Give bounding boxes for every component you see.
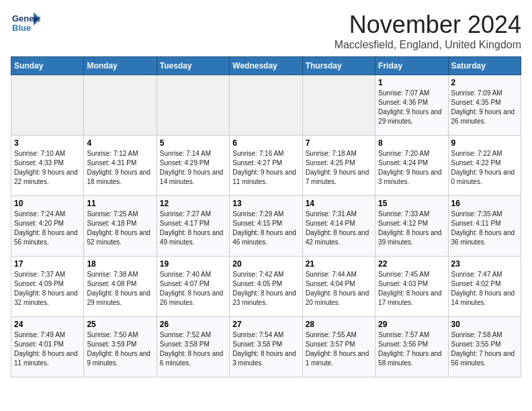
calendar-cell: 17Sunrise: 7:37 AM Sunset: 4:09 PM Dayli… [11, 257, 84, 317]
day-info: Sunrise: 7:20 AM Sunset: 4:24 PM Dayligh… [378, 150, 442, 185]
calendar-cell: 9Sunrise: 7:22 AM Sunset: 4:22 PM Daylig… [448, 136, 521, 196]
weekday-header-monday: Monday [84, 57, 157, 75]
calendar-cell: 21Sunrise: 7:44 AM Sunset: 4:04 PM Dayli… [302, 257, 375, 317]
day-number: 3 [14, 138, 81, 148]
week-row-2: 3Sunrise: 7:10 AM Sunset: 4:33 PM Daylig… [11, 136, 521, 196]
day-number: 23 [451, 259, 518, 269]
day-number: 17 [14, 259, 81, 269]
weekday-header-tuesday: Tuesday [157, 57, 229, 75]
day-number: 6 [232, 138, 299, 148]
day-info: Sunrise: 7:50 AM Sunset: 3:59 PM Dayligh… [87, 331, 150, 367]
day-info: Sunrise: 7:27 AM Sunset: 4:17 PM Dayligh… [160, 210, 224, 246]
calendar-cell [230, 75, 302, 136]
weekday-header-thursday: Thursday [302, 57, 375, 75]
logo: General Blue [11, 11, 40, 35]
calendar-cell: 3Sunrise: 7:10 AM Sunset: 4:33 PM Daylig… [11, 136, 84, 196]
day-number: 10 [14, 199, 81, 208]
day-info: Sunrise: 7:37 AM Sunset: 4:09 PM Dayligh… [14, 271, 78, 306]
day-number: 16 [451, 199, 518, 208]
calendar-cell: 23Sunrise: 7:47 AM Sunset: 4:02 PM Dayli… [448, 257, 521, 317]
day-info: Sunrise: 7:33 AM Sunset: 4:12 PM Dayligh… [378, 210, 442, 246]
day-number: 5 [160, 138, 226, 148]
calendar-cell: 7Sunrise: 7:18 AM Sunset: 4:25 PM Daylig… [302, 136, 375, 196]
day-number: 13 [232, 199, 299, 208]
day-info: Sunrise: 7:58 AM Sunset: 3:55 PM Dayligh… [451, 331, 515, 367]
day-number: 4 [87, 138, 153, 148]
calendar-cell: 18Sunrise: 7:38 AM Sunset: 4:08 PM Dayli… [84, 257, 157, 317]
day-number: 19 [160, 259, 226, 269]
day-number: 8 [378, 138, 445, 148]
day-info: Sunrise: 7:55 AM Sunset: 3:57 PM Dayligh… [306, 331, 369, 367]
day-info: Sunrise: 7:44 AM Sunset: 4:04 PM Dayligh… [306, 271, 369, 306]
day-number: 28 [306, 320, 372, 329]
day-info: Sunrise: 7:12 AM Sunset: 4:31 PM Dayligh… [87, 150, 150, 185]
logo-icon: General Blue [11, 11, 38, 35]
day-number: 24 [14, 320, 81, 329]
weekday-header-wednesday: Wednesday [230, 57, 302, 75]
weekday-header-row: SundayMondayTuesdayWednesdayThursdayFrid… [11, 57, 521, 75]
day-number: 21 [306, 259, 372, 269]
day-info: Sunrise: 7:47 AM Sunset: 4:02 PM Dayligh… [451, 271, 515, 306]
day-number: 27 [232, 320, 299, 329]
day-number: 18 [87, 259, 153, 269]
calendar-cell: 20Sunrise: 7:42 AM Sunset: 4:05 PM Dayli… [230, 257, 302, 317]
calendar-cell: 28Sunrise: 7:55 AM Sunset: 3:57 PM Dayli… [302, 317, 375, 377]
month-title: November 2024 [335, 11, 521, 39]
week-row-4: 17Sunrise: 7:37 AM Sunset: 4:09 PM Dayli… [11, 257, 521, 317]
day-info: Sunrise: 7:45 AM Sunset: 4:03 PM Dayligh… [378, 271, 442, 306]
day-info: Sunrise: 7:14 AM Sunset: 4:29 PM Dayligh… [160, 150, 224, 185]
day-info: Sunrise: 7:49 AM Sunset: 4:01 PM Dayligh… [14, 331, 78, 367]
week-row-3: 10Sunrise: 7:24 AM Sunset: 4:20 PM Dayli… [11, 196, 521, 257]
calendar-cell: 13Sunrise: 7:29 AM Sunset: 4:15 PM Dayli… [230, 196, 302, 257]
day-info: Sunrise: 7:25 AM Sunset: 4:18 PM Dayligh… [87, 210, 150, 246]
day-info: Sunrise: 7:57 AM Sunset: 3:56 PM Dayligh… [378, 331, 442, 367]
weekday-header-sunday: Sunday [11, 57, 84, 75]
weekday-header-friday: Friday [375, 57, 448, 75]
calendar-cell: 1Sunrise: 7:07 AM Sunset: 4:36 PM Daylig… [375, 75, 448, 136]
calendar-cell: 29Sunrise: 7:57 AM Sunset: 3:56 PM Dayli… [375, 317, 448, 377]
svg-text:Blue: Blue [12, 23, 31, 33]
calendar-cell: 30Sunrise: 7:58 AM Sunset: 3:55 PM Dayli… [448, 317, 521, 377]
calendar-cell: 12Sunrise: 7:27 AM Sunset: 4:17 PM Dayli… [157, 196, 229, 257]
calendar-cell: 27Sunrise: 7:54 AM Sunset: 3:58 PM Dayli… [230, 317, 302, 377]
calendar-cell: 15Sunrise: 7:33 AM Sunset: 4:12 PM Dayli… [375, 196, 448, 257]
day-number: 30 [451, 320, 518, 329]
day-number: 1 [378, 78, 445, 87]
location-title: Macclesfield, England, United Kingdom [335, 39, 521, 51]
calendar-table: SundayMondayTuesdayWednesdayThursdayFrid… [11, 56, 521, 377]
calendar-cell: 10Sunrise: 7:24 AM Sunset: 4:20 PM Dayli… [11, 196, 84, 257]
calendar-cell [84, 75, 157, 136]
day-number: 20 [232, 259, 299, 269]
page-header: General Blue November 2024 Macclesfield,… [11, 11, 521, 51]
day-info: Sunrise: 7:10 AM Sunset: 4:33 PM Dayligh… [14, 150, 78, 185]
calendar-cell [302, 75, 375, 136]
calendar-cell: 25Sunrise: 7:50 AM Sunset: 3:59 PM Dayli… [84, 317, 157, 377]
day-number: 26 [160, 320, 226, 329]
day-number: 29 [378, 320, 445, 329]
day-info: Sunrise: 7:52 AM Sunset: 3:58 PM Dayligh… [160, 331, 224, 367]
day-info: Sunrise: 7:16 AM Sunset: 4:27 PM Dayligh… [232, 150, 296, 185]
day-number: 11 [87, 199, 153, 208]
day-number: 25 [87, 320, 153, 329]
title-block: November 2024 Macclesfield, England, Uni… [335, 11, 521, 51]
calendar-cell: 11Sunrise: 7:25 AM Sunset: 4:18 PM Dayli… [84, 196, 157, 257]
calendar-cell: 19Sunrise: 7:40 AM Sunset: 4:07 PM Dayli… [157, 257, 229, 317]
day-info: Sunrise: 7:38 AM Sunset: 4:08 PM Dayligh… [87, 271, 150, 306]
day-number: 7 [306, 138, 372, 148]
day-number: 12 [160, 199, 226, 208]
calendar-cell: 5Sunrise: 7:14 AM Sunset: 4:29 PM Daylig… [157, 136, 229, 196]
week-row-1: 1Sunrise: 7:07 AM Sunset: 4:36 PM Daylig… [11, 75, 521, 136]
calendar-cell: 4Sunrise: 7:12 AM Sunset: 4:31 PM Daylig… [84, 136, 157, 196]
day-number: 22 [378, 259, 445, 269]
calendar-cell: 14Sunrise: 7:31 AM Sunset: 4:14 PM Dayli… [302, 196, 375, 257]
day-info: Sunrise: 7:54 AM Sunset: 3:58 PM Dayligh… [232, 331, 296, 367]
week-row-5: 24Sunrise: 7:49 AM Sunset: 4:01 PM Dayli… [11, 317, 521, 377]
day-info: Sunrise: 7:18 AM Sunset: 4:25 PM Dayligh… [306, 150, 369, 185]
day-info: Sunrise: 7:31 AM Sunset: 4:14 PM Dayligh… [306, 210, 369, 246]
day-info: Sunrise: 7:07 AM Sunset: 4:36 PM Dayligh… [378, 89, 442, 125]
calendar-cell: 8Sunrise: 7:20 AM Sunset: 4:24 PM Daylig… [375, 136, 448, 196]
day-number: 9 [451, 138, 518, 148]
weekday-header-saturday: Saturday [448, 57, 521, 75]
day-info: Sunrise: 7:29 AM Sunset: 4:15 PM Dayligh… [232, 210, 296, 246]
calendar-cell: 6Sunrise: 7:16 AM Sunset: 4:27 PM Daylig… [230, 136, 302, 196]
